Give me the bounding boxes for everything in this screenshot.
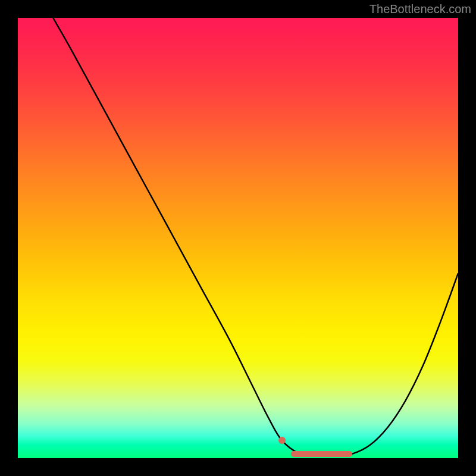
watermark-text: TheBottleneck.com (369, 2, 471, 16)
chart-plot-area (18, 18, 458, 458)
chart-curve-svg (18, 18, 458, 458)
bottleneck-curve (53, 18, 458, 456)
highlight-dot (278, 437, 286, 444)
highlight-band (291, 451, 353, 457)
